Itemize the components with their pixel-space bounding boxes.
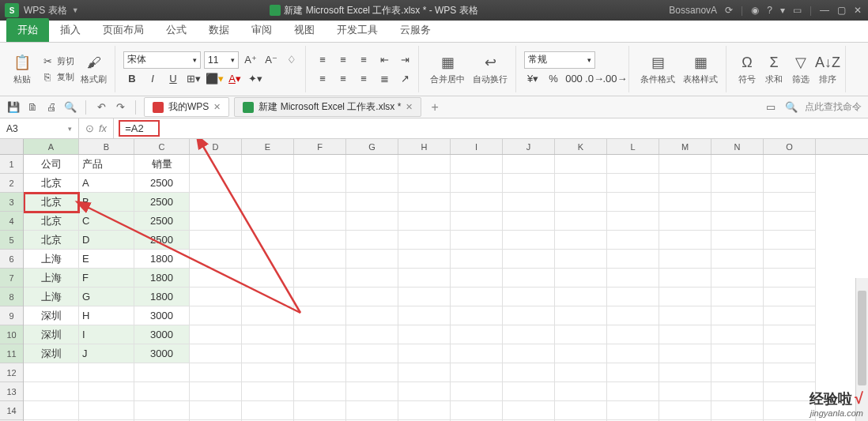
cell-K11[interactable]: [555, 344, 607, 363]
cell-C12[interactable]: [134, 363, 190, 382]
cell-B9[interactable]: H: [79, 306, 134, 325]
cell-H13[interactable]: [398, 382, 451, 401]
row-header-12[interactable]: 12: [0, 363, 23, 382]
cell-K8[interactable]: [555, 288, 607, 306]
cell-N11[interactable]: [711, 344, 764, 363]
col-header-I[interactable]: I: [451, 139, 503, 154]
fx-icon[interactable]: fx: [99, 122, 107, 134]
cell-B13[interactable]: [79, 382, 134, 401]
cell-E12[interactable]: [242, 363, 294, 382]
col-header-H[interactable]: H: [398, 139, 451, 154]
cell-O12[interactable]: [764, 363, 816, 382]
tab-data[interactable]: 数据: [198, 18, 240, 42]
row-header-10[interactable]: 10: [0, 325, 23, 344]
col-header-E[interactable]: E: [242, 139, 294, 154]
cell-A9[interactable]: 深圳: [24, 306, 79, 325]
cell-O4[interactable]: [764, 212, 816, 231]
symbol-button[interactable]: Ω符号: [734, 51, 760, 87]
cell-K3[interactable]: [555, 193, 607, 212]
cell-K10[interactable]: [555, 325, 607, 344]
cell-N2[interactable]: [711, 174, 764, 193]
decrease-font-button[interactable]: A⁻: [262, 51, 280, 69]
cell-G13[interactable]: [346, 382, 398, 401]
cell-O13[interactable]: [764, 382, 816, 401]
row-header-3[interactable]: 3: [0, 193, 23, 212]
tab-view[interactable]: 视图: [283, 18, 326, 42]
cell-K13[interactable]: [555, 382, 607, 401]
format-painter-button[interactable]: 🖌 格式刷: [77, 51, 110, 87]
cell-K12[interactable]: [555, 363, 607, 382]
filter-button[interactable]: ▽筛选: [788, 51, 813, 87]
doc-tab-mywps[interactable]: 我的WPS ✕: [144, 97, 229, 117]
cell-G6[interactable]: [346, 250, 398, 269]
cell-E4[interactable]: [242, 212, 294, 231]
cell-L5[interactable]: [607, 231, 659, 250]
cell-M3[interactable]: [659, 193, 711, 212]
cell-C3[interactable]: 2500: [134, 193, 190, 212]
saveas-icon[interactable]: 🗎: [25, 100, 40, 115]
cell-A6[interactable]: 上海: [24, 250, 79, 269]
name-box[interactable]: A3▾: [0, 118, 79, 138]
cell-J8[interactable]: [503, 288, 555, 306]
cell-C11[interactable]: 3000: [134, 344, 190, 363]
cell-A14[interactable]: [24, 401, 79, 420]
cell-H14[interactable]: [398, 401, 451, 420]
col-header-B[interactable]: B: [79, 139, 134, 154]
cell-I3[interactable]: [451, 193, 503, 212]
cell-J7[interactable]: [503, 269, 555, 288]
row-header-9[interactable]: 9: [0, 306, 23, 325]
fill-color-button[interactable]: ⬛▾: [206, 70, 223, 88]
cell-I1[interactable]: [451, 155, 503, 174]
cell-K6[interactable]: [555, 250, 607, 269]
row-header-5[interactable]: 5: [0, 231, 23, 250]
user-name[interactable]: BossanovA: [669, 5, 717, 16]
cell-M7[interactable]: [659, 269, 711, 288]
cell-G7[interactable]: [346, 269, 398, 288]
cell-D1[interactable]: [190, 155, 242, 174]
cell-G11[interactable]: [346, 344, 398, 363]
cell-D11[interactable]: [190, 344, 242, 363]
cell-F9[interactable]: [294, 306, 346, 325]
cell-O3[interactable]: [764, 193, 816, 212]
cell-L13[interactable]: [607, 382, 659, 401]
cell-I5[interactable]: [451, 231, 503, 250]
sort-button[interactable]: A↓Z排序: [815, 51, 840, 87]
cell-B7[interactable]: F: [79, 269, 134, 288]
cell-I9[interactable]: [451, 306, 503, 325]
cell-C13[interactable]: [134, 382, 190, 401]
cell-E6[interactable]: [242, 250, 294, 269]
cell-E2[interactable]: [242, 174, 294, 193]
cell-D4[interactable]: [190, 212, 242, 231]
cell-O6[interactable]: [764, 250, 816, 269]
cell-B8[interactable]: G: [79, 288, 134, 306]
cell-A13[interactable]: [24, 382, 79, 401]
cell-A5[interactable]: 北京: [24, 231, 79, 250]
tab-developer[interactable]: 开发工具: [326, 18, 389, 42]
cell-D14[interactable]: [190, 401, 242, 420]
redo-icon[interactable]: ↷: [113, 100, 127, 115]
cell-C9[interactable]: 3000: [134, 306, 190, 325]
cell-M11[interactable]: [659, 344, 711, 363]
row-header-1[interactable]: 1: [0, 155, 23, 174]
cell-C5[interactable]: 2500: [134, 231, 190, 250]
cell-L6[interactable]: [607, 250, 659, 269]
row-header-4[interactable]: 4: [0, 212, 23, 231]
cell-G9[interactable]: [346, 306, 398, 325]
close-tab-icon[interactable]: ✕: [213, 102, 221, 112]
cell-O7[interactable]: [764, 269, 816, 288]
cell-H8[interactable]: [398, 288, 451, 306]
cell-D9[interactable]: [190, 306, 242, 325]
cell-H10[interactable]: [398, 325, 451, 344]
cell-L4[interactable]: [607, 212, 659, 231]
row-header-8[interactable]: 8: [0, 288, 23, 306]
cell-L10[interactable]: [607, 325, 659, 344]
cell-I14[interactable]: [451, 401, 503, 420]
add-tab-button[interactable]: +: [426, 100, 443, 115]
align-center-button[interactable]: ≡: [334, 70, 352, 88]
cell-F7[interactable]: [294, 269, 346, 288]
col-header-O[interactable]: O: [764, 139, 816, 154]
cell-D5[interactable]: [190, 231, 242, 250]
cell-I7[interactable]: [451, 269, 503, 288]
ribbon-toggle-icon[interactable]: ▭: [793, 5, 802, 16]
minimize-button[interactable]: —: [820, 5, 829, 16]
